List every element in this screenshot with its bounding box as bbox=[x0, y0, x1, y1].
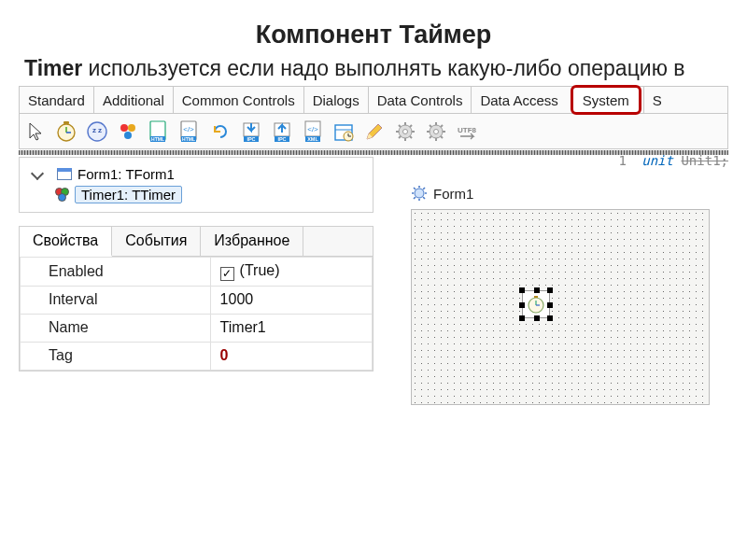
svg-line-37 bbox=[399, 125, 401, 127]
svg-rect-64 bbox=[534, 296, 538, 298]
prop-name[interactable]: Enabled bbox=[21, 258, 211, 287]
svg-text:</>: </> bbox=[183, 125, 194, 133]
prop-value-tag[interactable]: 0 bbox=[210, 342, 372, 370]
form-caption-text: Form1 bbox=[433, 186, 473, 202]
subtitle-bold: Timer bbox=[24, 56, 82, 80]
svg-point-42 bbox=[434, 129, 439, 133]
svg-rect-3 bbox=[63, 121, 69, 124]
checkbox-icon[interactable]: ✓ bbox=[220, 267, 234, 281]
prop-name[interactable]: Interval bbox=[21, 286, 211, 314]
svg-line-57 bbox=[414, 188, 416, 189]
prop-name[interactable]: Tag bbox=[21, 342, 211, 370]
inspector-tabs: Свойства События Избранное bbox=[20, 227, 373, 257]
gear-icon[interactable] bbox=[391, 118, 419, 146]
palette-tab-additional[interactable]: Additional bbox=[93, 87, 173, 113]
tree-child-row[interactable]: Timer1: TTimer bbox=[27, 184, 365, 204]
page-title: Компонент Таймер bbox=[19, 21, 728, 49]
component-bundle-icon bbox=[55, 188, 69, 202]
form-designer-canvas[interactable] bbox=[411, 209, 710, 405]
tree-root-row[interactable]: Form1: TForm1 bbox=[27, 163, 365, 184]
palette-tab-common-controls[interactable]: Common Controls bbox=[173, 87, 303, 113]
timer-component[interactable] bbox=[522, 290, 550, 318]
process-icon[interactable] bbox=[114, 118, 142, 146]
subtitle: Timer используется если надо выполнять к… bbox=[19, 55, 728, 82]
prop-value-interval[interactable]: 1000 bbox=[210, 286, 372, 314]
property-table: Enabled ✓(True) Interval 1000 Name Timer… bbox=[20, 257, 373, 371]
svg-line-40 bbox=[410, 125, 412, 127]
palette-tab-standard[interactable]: Standard bbox=[19, 87, 93, 113]
subtitle-text: используется если надо выполнять какую-л… bbox=[82, 56, 684, 80]
object-inspector: Свойства События Избранное Enabled ✓(Tru… bbox=[19, 226, 374, 371]
svg-text:IPC: IPC bbox=[277, 136, 286, 142]
cursor-icon[interactable] bbox=[21, 118, 49, 146]
palette-tab-data-access[interactable]: Data Access bbox=[471, 87, 566, 113]
utf8-icon[interactable]: UTF8 bbox=[453, 118, 481, 146]
svg-line-58 bbox=[423, 197, 425, 199]
svg-text:IPC: IPC bbox=[247, 136, 255, 142]
pencil-icon[interactable] bbox=[360, 118, 388, 146]
html-doc-icon[interactable]: HTML bbox=[145, 118, 173, 146]
palette-tab-data-controls[interactable]: Data Controls bbox=[368, 87, 472, 113]
form-icon bbox=[57, 168, 72, 180]
tree-root-label: Form1: TForm1 bbox=[78, 166, 175, 182]
svg-text:XML: XML bbox=[307, 136, 318, 142]
svg-line-47 bbox=[430, 125, 431, 127]
svg-line-50 bbox=[441, 125, 443, 127]
svg-line-59 bbox=[414, 197, 416, 199]
component-palette: Standard Additional Common Controls Dial… bbox=[19, 86, 728, 155]
prop-value-enabled[interactable]: ✓(True) bbox=[210, 258, 372, 287]
xml-icon[interactable]: </>XML bbox=[299, 118, 327, 146]
inspector-tab-favorites[interactable]: Избранное bbox=[201, 227, 303, 256]
svg-text:HTML: HTML bbox=[151, 136, 164, 142]
svg-text:</>: </> bbox=[307, 125, 318, 133]
inspector-tab-events[interactable]: События bbox=[112, 227, 201, 256]
svg-line-39 bbox=[399, 136, 401, 138]
ipc-out-icon[interactable]: IPC bbox=[268, 118, 296, 146]
svg-line-48 bbox=[441, 136, 443, 138]
table-row: Name Timer1 bbox=[21, 314, 373, 342]
table-row: Tag 0 bbox=[21, 342, 373, 370]
inspector-tab-properties[interactable]: Свойства bbox=[20, 227, 112, 257]
svg-point-7 bbox=[128, 124, 135, 132]
prop-name[interactable]: Name bbox=[21, 314, 211, 342]
svg-line-38 bbox=[410, 136, 412, 138]
prop-value-name[interactable]: Timer1 bbox=[210, 314, 372, 342]
svg-line-60 bbox=[423, 188, 425, 189]
code-keyword: unit bbox=[641, 153, 673, 168]
refresh-icon[interactable] bbox=[206, 118, 234, 146]
form-designer-caption: Form1 bbox=[411, 185, 728, 202]
palette-tab-overflow[interactable]: S bbox=[643, 87, 661, 113]
svg-text:HTML: HTML bbox=[182, 136, 195, 142]
gear-icon[interactable] bbox=[422, 118, 450, 146]
palette-toolbar: z z HTML </>HTML IPC IPC </>XML bbox=[19, 114, 728, 149]
idle-icon[interactable]: z z bbox=[83, 118, 111, 146]
code-identifier: Unit1; bbox=[681, 153, 728, 168]
svg-point-6 bbox=[120, 124, 128, 132]
palette-tab-strip: Standard Additional Common Controls Dial… bbox=[19, 86, 728, 114]
tree-selected-label: Timer1: TTimer bbox=[75, 186, 182, 203]
schedule-icon[interactable] bbox=[330, 118, 358, 146]
ipc-in-icon[interactable]: IPC bbox=[237, 118, 265, 146]
clock-icon[interactable] bbox=[52, 118, 80, 146]
svg-point-8 bbox=[124, 132, 132, 139]
code-line-number: 1 bbox=[618, 153, 626, 168]
clock-icon bbox=[526, 294, 546, 315]
html-code-icon[interactable]: </>HTML bbox=[176, 118, 204, 146]
form-caption-icon bbox=[411, 185, 428, 202]
chevron-down-icon bbox=[31, 167, 44, 180]
svg-text:UTF8: UTF8 bbox=[458, 126, 477, 134]
svg-text:z z: z z bbox=[92, 126, 102, 134]
palette-tab-dialogs[interactable]: Dialogs bbox=[303, 87, 368, 113]
code-editor-fragment: 1 unit Unit1; bbox=[618, 153, 728, 168]
table-row: Interval 1000 bbox=[21, 286, 373, 314]
svg-point-32 bbox=[403, 129, 408, 133]
table-row: Enabled ✓(True) bbox=[21, 258, 373, 287]
svg-line-49 bbox=[430, 136, 431, 138]
svg-point-52 bbox=[415, 189, 424, 198]
palette-tab-system[interactable]: System bbox=[571, 85, 641, 115]
object-tree: Form1: TForm1 Timer1: TTimer bbox=[19, 157, 374, 213]
